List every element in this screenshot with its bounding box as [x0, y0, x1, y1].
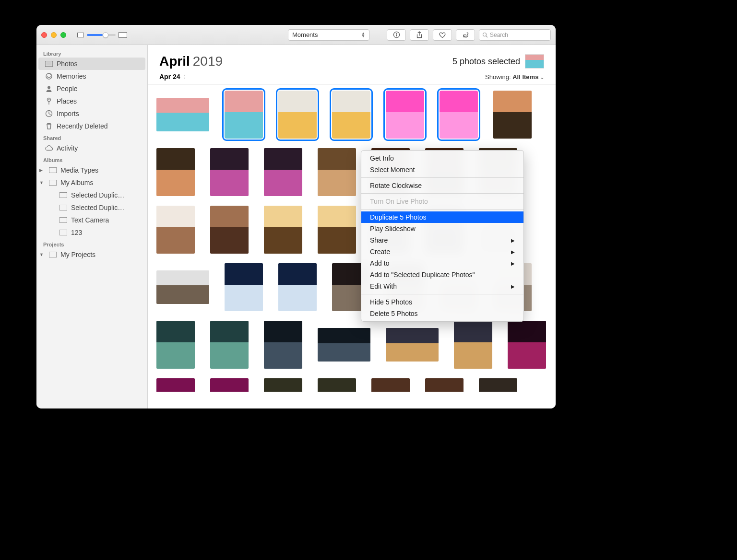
- thumbnail-small-icon[interactable]: [77, 33, 84, 37]
- album-icon: [59, 191, 67, 199]
- menu-item-delete-5-photos[interactable]: Delete 5 Photos: [361, 308, 523, 319]
- photo-thumbnail[interactable]: [210, 321, 249, 369]
- photo-thumbnail[interactable]: [332, 91, 370, 139]
- photo-thumbnail[interactable]: [156, 148, 195, 196]
- menu-item-add-to[interactable]: Add to▶: [361, 257, 523, 269]
- photo-thumbnail[interactable]: [210, 378, 249, 392]
- photo-thumbnail[interactable]: [318, 148, 356, 196]
- menu-item-edit-with[interactable]: Edit With▶: [361, 280, 523, 292]
- minimize-window-button[interactable]: [51, 32, 57, 38]
- page-title-month: April: [159, 54, 190, 69]
- sidebar-album-item[interactable]: Selected Duplic…: [36, 189, 147, 201]
- photo-thumbnail[interactable]: [264, 148, 302, 196]
- menu-item-play-slideshow[interactable]: Play Slideshow: [361, 223, 523, 234]
- fullscreen-window-button[interactable]: [60, 32, 66, 38]
- disclosure-triangle-icon[interactable]: ▼: [39, 252, 44, 257]
- heart-icon: [439, 32, 446, 38]
- chevron-right-icon: 〉: [183, 73, 189, 81]
- svg-rect-18: [59, 217, 67, 223]
- people-icon: [45, 85, 53, 93]
- sidebar-item-recently-deleted[interactable]: Recently Deleted: [36, 120, 147, 132]
- menu-item-hide-5-photos[interactable]: Hide 5 Photos: [361, 296, 523, 308]
- search-icon: [482, 32, 488, 38]
- thumbnail-large-icon[interactable]: [119, 32, 127, 38]
- photo-thumbnail[interactable]: [225, 263, 263, 311]
- photo-thumbnail[interactable]: [493, 91, 532, 139]
- sidebar-item-my-albums[interactable]: ▼My Albums: [36, 176, 147, 189]
- photo-thumbnail[interactable]: [440, 91, 478, 139]
- folder-icon: [49, 179, 57, 187]
- photo-thumbnail[interactable]: [156, 321, 195, 369]
- photo-thumbnail[interactable]: [210, 148, 249, 196]
- photo-thumbnail[interactable]: [264, 378, 302, 392]
- photo-thumbnail[interactable]: [425, 378, 464, 392]
- zoom-slider[interactable]: [87, 34, 116, 36]
- photo-thumbnail[interactable]: [210, 206, 249, 254]
- main-content: April 2019 5 photos selected Apr 24 〉 Sh…: [148, 45, 556, 408]
- photo-thumbnail[interactable]: [156, 270, 209, 304]
- sidebar-item-imports[interactable]: Imports: [36, 107, 147, 120]
- photo-thumbnail[interactable]: [318, 378, 356, 392]
- info-button[interactable]: [387, 29, 406, 41]
- share-icon: [416, 31, 423, 39]
- disclosure-triangle-icon[interactable]: ▶: [39, 168, 44, 173]
- menu-item-create[interactable]: Create▶: [361, 246, 523, 257]
- menu-item-share[interactable]: Share▶: [361, 234, 523, 246]
- photo-thumbnail[interactable]: [225, 91, 263, 139]
- photo-thumbnail[interactable]: [371, 378, 410, 392]
- sidebar-item-places[interactable]: Places: [36, 95, 147, 107]
- sidebar-item-my-projects[interactable]: ▼My Projects: [36, 248, 147, 261]
- menu-item-duplicate-5-photos[interactable]: Duplicate 5 Photos: [361, 211, 523, 223]
- photo-thumbnail[interactable]: [278, 263, 317, 311]
- selection-count: 5 photos selected: [452, 57, 520, 67]
- disclosure-triangle-icon[interactable]: ▼: [39, 180, 44, 185]
- photo-thumbnail[interactable]: [156, 378, 195, 392]
- view-mode-dropdown[interactable]: Moments ▲▼: [288, 29, 369, 41]
- sidebar-section-shared: Shared: [36, 132, 147, 142]
- imports-icon: [45, 110, 53, 117]
- sidebar-item-people[interactable]: People: [36, 82, 147, 95]
- photo-thumbnail[interactable]: [386, 91, 424, 139]
- sidebar: Library PhotosMemoriesPeoplePlacesImport…: [36, 45, 148, 408]
- photo-thumbnail[interactable]: [318, 206, 356, 254]
- date-label[interactable]: Apr 24: [159, 73, 180, 81]
- photo-row: [156, 321, 547, 369]
- sidebar-album-item[interactable]: Text Camera: [36, 214, 147, 226]
- photo-thumbnail[interactable]: [278, 91, 317, 139]
- menu-item-get-info[interactable]: Get Info: [361, 152, 523, 164]
- chevron-down-icon: ⌄: [540, 75, 544, 80]
- svg-rect-16: [59, 192, 67, 198]
- photo-thumbnail[interactable]: [479, 378, 517, 392]
- rotate-icon: [462, 31, 469, 38]
- photo-thumbnail[interactable]: [318, 328, 370, 362]
- rotate-button[interactable]: [456, 29, 475, 41]
- svg-point-11: [48, 99, 49, 100]
- places-icon: [45, 97, 53, 105]
- sidebar-item-memories[interactable]: Memories: [36, 70, 147, 82]
- favorite-button[interactable]: [433, 29, 452, 41]
- showing-filter[interactable]: Showing: All Items ⌄: [485, 73, 544, 81]
- menu-item-rotate-clockwise[interactable]: Rotate Clockwise: [361, 180, 523, 191]
- sidebar-item-activity[interactable]: Activity: [36, 142, 147, 154]
- photo-thumbnail[interactable]: [264, 206, 302, 254]
- share-button[interactable]: [410, 29, 429, 41]
- close-window-button[interactable]: [41, 32, 47, 38]
- sidebar-item-photos[interactable]: Photos: [38, 58, 145, 70]
- photo-thumbnail[interactable]: [264, 321, 302, 369]
- key-photo-thumbnail[interactable]: [525, 54, 544, 69]
- svg-rect-17: [59, 205, 67, 210]
- photo-thumbnail[interactable]: [508, 321, 546, 369]
- photo-thumbnail[interactable]: [454, 321, 492, 369]
- photos-app-window: Moments ▲▼ Search Library PhotosMemories…: [36, 25, 556, 408]
- search-field[interactable]: Search: [479, 29, 551, 41]
- photo-thumbnail[interactable]: [386, 328, 439, 362]
- sidebar-album-item[interactable]: 123: [36, 226, 147, 239]
- photo-thumbnail[interactable]: [156, 98, 209, 131]
- menu-item-select-moment[interactable]: Select Moment: [361, 164, 523, 175]
- svg-rect-7: [47, 62, 52, 66]
- sidebar-item-media-types[interactable]: ▶Media Types: [36, 164, 147, 176]
- photo-thumbnail[interactable]: [156, 206, 195, 254]
- menu-item-add-to-selected-duplicate-photos[interactable]: Add to "Selected Duplicate Photos": [361, 269, 523, 280]
- sidebar-album-item[interactable]: Selected Duplic…: [36, 201, 147, 214]
- trash-icon: [45, 122, 53, 130]
